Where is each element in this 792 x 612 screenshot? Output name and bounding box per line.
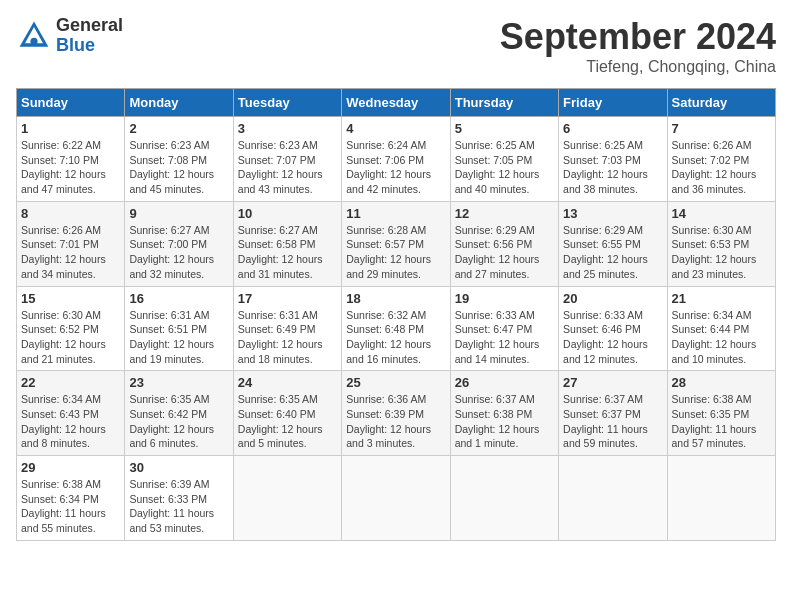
day-info: Sunrise: 6:23 AMSunset: 7:08 PMDaylight:… <box>129 138 228 197</box>
table-row <box>667 456 775 541</box>
table-row: 25Sunrise: 6:36 AMSunset: 6:39 PMDayligh… <box>342 371 450 456</box>
day-number: 27 <box>563 375 662 390</box>
day-number: 22 <box>21 375 120 390</box>
day-number: 17 <box>238 291 337 306</box>
day-number: 4 <box>346 121 445 136</box>
page-header: General Blue September 2024 Tiefeng, Cho… <box>16 16 776 76</box>
day-info: Sunrise: 6:31 AMSunset: 6:51 PMDaylight:… <box>129 308 228 367</box>
table-row <box>450 456 558 541</box>
table-row: 19Sunrise: 6:33 AMSunset: 6:47 PMDayligh… <box>450 286 558 371</box>
day-number: 1 <box>21 121 120 136</box>
table-row: 11Sunrise: 6:28 AMSunset: 6:57 PMDayligh… <box>342 201 450 286</box>
day-number: 3 <box>238 121 337 136</box>
table-row: 2Sunrise: 6:23 AMSunset: 7:08 PMDaylight… <box>125 117 233 202</box>
calendar-header-row: Sunday Monday Tuesday Wednesday Thursday… <box>17 89 776 117</box>
day-info: Sunrise: 6:36 AMSunset: 6:39 PMDaylight:… <box>346 392 445 451</box>
table-row: 30Sunrise: 6:39 AMSunset: 6:33 PMDayligh… <box>125 456 233 541</box>
day-info: Sunrise: 6:27 AMSunset: 7:00 PMDaylight:… <box>129 223 228 282</box>
day-info: Sunrise: 6:26 AMSunset: 7:02 PMDaylight:… <box>672 138 771 197</box>
table-row: 10Sunrise: 6:27 AMSunset: 6:58 PMDayligh… <box>233 201 341 286</box>
day-info: Sunrise: 6:34 AMSunset: 6:44 PMDaylight:… <box>672 308 771 367</box>
day-number: 21 <box>672 291 771 306</box>
day-number: 25 <box>346 375 445 390</box>
table-row: 27Sunrise: 6:37 AMSunset: 6:37 PMDayligh… <box>559 371 667 456</box>
table-row: 28Sunrise: 6:38 AMSunset: 6:35 PMDayligh… <box>667 371 775 456</box>
logo-icon <box>16 18 52 54</box>
table-row: 12Sunrise: 6:29 AMSunset: 6:56 PMDayligh… <box>450 201 558 286</box>
table-row: 9Sunrise: 6:27 AMSunset: 7:00 PMDaylight… <box>125 201 233 286</box>
calendar-week-4: 22Sunrise: 6:34 AMSunset: 6:43 PMDayligh… <box>17 371 776 456</box>
calendar-week-3: 15Sunrise: 6:30 AMSunset: 6:52 PMDayligh… <box>17 286 776 371</box>
location-title: Tiefeng, Chongqing, China <box>500 58 776 76</box>
day-number: 14 <box>672 206 771 221</box>
day-number: 18 <box>346 291 445 306</box>
day-number: 10 <box>238 206 337 221</box>
table-row: 16Sunrise: 6:31 AMSunset: 6:51 PMDayligh… <box>125 286 233 371</box>
table-row: 14Sunrise: 6:30 AMSunset: 6:53 PMDayligh… <box>667 201 775 286</box>
table-row: 15Sunrise: 6:30 AMSunset: 6:52 PMDayligh… <box>17 286 125 371</box>
day-number: 12 <box>455 206 554 221</box>
day-number: 2 <box>129 121 228 136</box>
day-info: Sunrise: 6:28 AMSunset: 6:57 PMDaylight:… <box>346 223 445 282</box>
table-row: 29Sunrise: 6:38 AMSunset: 6:34 PMDayligh… <box>17 456 125 541</box>
month-title: September 2024 <box>500 16 776 58</box>
day-info: Sunrise: 6:37 AMSunset: 6:38 PMDaylight:… <box>455 392 554 451</box>
day-info: Sunrise: 6:39 AMSunset: 6:33 PMDaylight:… <box>129 477 228 536</box>
day-number: 26 <box>455 375 554 390</box>
logo-blue: Blue <box>56 36 123 56</box>
day-info: Sunrise: 6:33 AMSunset: 6:46 PMDaylight:… <box>563 308 662 367</box>
logo-text: General Blue <box>56 16 123 56</box>
day-info: Sunrise: 6:26 AMSunset: 7:01 PMDaylight:… <box>21 223 120 282</box>
day-number: 7 <box>672 121 771 136</box>
day-number: 15 <box>21 291 120 306</box>
header-saturday: Saturday <box>667 89 775 117</box>
day-info: Sunrise: 6:31 AMSunset: 6:49 PMDaylight:… <box>238 308 337 367</box>
table-row: 5Sunrise: 6:25 AMSunset: 7:05 PMDaylight… <box>450 117 558 202</box>
table-row: 26Sunrise: 6:37 AMSunset: 6:38 PMDayligh… <box>450 371 558 456</box>
calendar-week-1: 1Sunrise: 6:22 AMSunset: 7:10 PMDaylight… <box>17 117 776 202</box>
day-info: Sunrise: 6:38 AMSunset: 6:34 PMDaylight:… <box>21 477 120 536</box>
calendar-week-5: 29Sunrise: 6:38 AMSunset: 6:34 PMDayligh… <box>17 456 776 541</box>
table-row: 17Sunrise: 6:31 AMSunset: 6:49 PMDayligh… <box>233 286 341 371</box>
logo: General Blue <box>16 16 123 56</box>
day-number: 20 <box>563 291 662 306</box>
day-info: Sunrise: 6:37 AMSunset: 6:37 PMDaylight:… <box>563 392 662 451</box>
day-info: Sunrise: 6:29 AMSunset: 6:55 PMDaylight:… <box>563 223 662 282</box>
header-monday: Monday <box>125 89 233 117</box>
day-info: Sunrise: 6:30 AMSunset: 6:53 PMDaylight:… <box>672 223 771 282</box>
day-number: 9 <box>129 206 228 221</box>
day-info: Sunrise: 6:32 AMSunset: 6:48 PMDaylight:… <box>346 308 445 367</box>
day-info: Sunrise: 6:25 AMSunset: 7:05 PMDaylight:… <box>455 138 554 197</box>
table-row: 22Sunrise: 6:34 AMSunset: 6:43 PMDayligh… <box>17 371 125 456</box>
day-number: 24 <box>238 375 337 390</box>
day-info: Sunrise: 6:24 AMSunset: 7:06 PMDaylight:… <box>346 138 445 197</box>
header-sunday: Sunday <box>17 89 125 117</box>
day-number: 16 <box>129 291 228 306</box>
header-wednesday: Wednesday <box>342 89 450 117</box>
svg-point-2 <box>30 38 37 45</box>
table-row: 24Sunrise: 6:35 AMSunset: 6:40 PMDayligh… <box>233 371 341 456</box>
calendar-week-2: 8Sunrise: 6:26 AMSunset: 7:01 PMDaylight… <box>17 201 776 286</box>
day-number: 30 <box>129 460 228 475</box>
day-info: Sunrise: 6:35 AMSunset: 6:40 PMDaylight:… <box>238 392 337 451</box>
table-row: 20Sunrise: 6:33 AMSunset: 6:46 PMDayligh… <box>559 286 667 371</box>
table-row: 18Sunrise: 6:32 AMSunset: 6:48 PMDayligh… <box>342 286 450 371</box>
day-info: Sunrise: 6:27 AMSunset: 6:58 PMDaylight:… <box>238 223 337 282</box>
table-row <box>233 456 341 541</box>
table-row: 23Sunrise: 6:35 AMSunset: 6:42 PMDayligh… <box>125 371 233 456</box>
day-info: Sunrise: 6:33 AMSunset: 6:47 PMDaylight:… <box>455 308 554 367</box>
day-number: 23 <box>129 375 228 390</box>
day-info: Sunrise: 6:29 AMSunset: 6:56 PMDaylight:… <box>455 223 554 282</box>
day-number: 11 <box>346 206 445 221</box>
day-number: 19 <box>455 291 554 306</box>
table-row: 1Sunrise: 6:22 AMSunset: 7:10 PMDaylight… <box>17 117 125 202</box>
table-row: 8Sunrise: 6:26 AMSunset: 7:01 PMDaylight… <box>17 201 125 286</box>
table-row: 13Sunrise: 6:29 AMSunset: 6:55 PMDayligh… <box>559 201 667 286</box>
day-info: Sunrise: 6:35 AMSunset: 6:42 PMDaylight:… <box>129 392 228 451</box>
title-block: September 2024 Tiefeng, Chongqing, China <box>500 16 776 76</box>
day-number: 29 <box>21 460 120 475</box>
day-number: 6 <box>563 121 662 136</box>
table-row: 3Sunrise: 6:23 AMSunset: 7:07 PMDaylight… <box>233 117 341 202</box>
header-thursday: Thursday <box>450 89 558 117</box>
day-info: Sunrise: 6:22 AMSunset: 7:10 PMDaylight:… <box>21 138 120 197</box>
